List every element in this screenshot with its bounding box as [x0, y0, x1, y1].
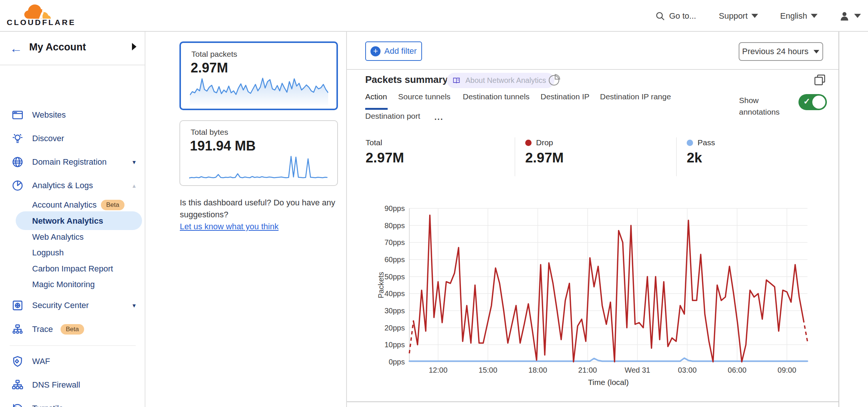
stat-value: 2.97M	[366, 150, 404, 166]
stat-label: Pass	[698, 138, 715, 147]
sidebar-item-waf[interactable]: WAF	[0, 353, 145, 370]
sidebar-divider	[10, 345, 136, 346]
expand-panel-icon[interactable]	[813, 74, 826, 86]
tab-destination-tunnels[interactable]: Destination tunnels	[463, 92, 530, 101]
stat-label: Total	[366, 138, 382, 147]
svg-text:12:00: 12:00	[429, 366, 447, 374]
total-bytes-card[interactable]: Total bytes 191.94 MB	[179, 120, 338, 186]
svg-text:70pps: 70pps	[385, 238, 405, 246]
browser-window-icon	[11, 109, 24, 121]
account-user-menu[interactable]	[838, 0, 861, 32]
sidebar-item-web-analytics[interactable]: Web Analytics	[0, 229, 145, 245]
stat-drop: Drop 2.97M	[525, 138, 564, 166]
divider	[515, 137, 515, 176]
sidebar-item-discover[interactable]: Discover	[0, 130, 145, 147]
feedback-link[interactable]: Let us know what you think	[180, 222, 278, 231]
pie-chart-icon[interactable]	[547, 73, 561, 87]
about-network-analytics-badge[interactable]: About Network Analytics	[447, 73, 554, 88]
svg-text:06:00: 06:00	[728, 366, 747, 374]
divider	[347, 69, 838, 70]
pie-chart-icon	[11, 179, 24, 192]
stat-label: Drop	[536, 138, 553, 147]
pass-legend-dot	[687, 140, 693, 146]
book-icon	[452, 76, 461, 85]
go-to-label: Go to...	[669, 11, 696, 21]
stat-total: Total 2.97M	[366, 138, 404, 166]
svg-text:Time (local): Time (local)	[588, 378, 629, 386]
user-icon	[838, 10, 850, 22]
sidebar-item-security-center[interactable]: Security Center ▾	[0, 297, 145, 314]
annotations-toggle[interactable]: ✓	[798, 94, 827, 110]
go-to-search[interactable]: Go to...	[655, 0, 696, 32]
sidebar-item-dns-firewall[interactable]: DNS Firewall	[0, 377, 145, 393]
svg-text:40pps: 40pps	[385, 289, 405, 298]
top-header: CLOUDFLARE Go to... Support English	[0, 0, 868, 32]
sidebar-item-account-analytics[interactable]: Account Analytics Beta	[0, 197, 145, 213]
globe-icon	[11, 156, 24, 168]
active-tab-underline	[365, 108, 388, 110]
sidebar-account-header: ← My Account	[0, 32, 145, 65]
chevron-down-icon	[811, 14, 818, 18]
account-title: My Account	[29, 41, 86, 53]
sidebar-item-domain-registration[interactable]: Domain Registration ▾	[0, 154, 145, 170]
tab-action[interactable]: Action	[365, 92, 387, 101]
svg-text:15:00: 15:00	[478, 366, 497, 374]
sidebar-item-analytics-logs[interactable]: Analytics & Logs ▴	[0, 177, 145, 194]
network-tree-icon	[11, 379, 24, 391]
sidebar-item-carbon-impact-report[interactable]: Carbon Impact Report	[0, 261, 145, 277]
metric-value: 2.97M	[191, 60, 228, 76]
panel-title: Packets summary	[365, 74, 448, 86]
tab-destination-port[interactable]: Destination port	[365, 112, 420, 121]
svg-text:21:00: 21:00	[578, 366, 597, 374]
tab-destination-ip-range[interactable]: Destination IP range	[600, 92, 671, 101]
sidebar-item-trace[interactable]: Trace Beta	[0, 321, 145, 338]
sidebar-item-turnstile[interactable]: Turnstile	[0, 400, 145, 407]
feedback-question: Is this dashboard useful? Do you have an…	[180, 197, 341, 221]
sidebar-item-magic-monitoring[interactable]: Magic Monitoring	[0, 276, 145, 293]
svg-text:Wed 31: Wed 31	[625, 366, 650, 374]
search-icon	[655, 11, 665, 21]
chevron-right-icon[interactable]	[132, 43, 136, 50]
svg-text:18:00: 18:00	[529, 366, 547, 374]
total-packets-card[interactable]: Total packets 2.97M	[179, 41, 338, 110]
svg-text:20pps: 20pps	[385, 324, 405, 332]
feedback-block: Is this dashboard useful? Do you have an…	[180, 197, 341, 233]
metric-title: Total packets	[191, 50, 237, 59]
caret-down-icon: ▾	[132, 302, 136, 310]
language-menu[interactable]: English	[780, 0, 818, 32]
more-tabs-button[interactable]: ...	[434, 112, 443, 122]
tab-source-tunnels[interactable]: Source tunnels	[398, 92, 450, 101]
svg-text:90pps: 90pps	[385, 205, 405, 212]
time-range-dropdown[interactable]: Previous 24 hours	[739, 42, 823, 61]
packets-time-series-chart[interactable]: 0pps10pps20pps30pps40pps50pps60pps70pps8…	[375, 205, 842, 391]
packets-sparkline	[190, 74, 328, 105]
tab-destination-ip[interactable]: Destination IP	[541, 92, 590, 101]
caret-up-icon: ▴	[132, 182, 136, 190]
caret-down-icon: ▾	[132, 158, 136, 166]
metric-title: Total bytes	[191, 128, 228, 137]
support-menu[interactable]: Support	[719, 0, 758, 32]
cloudflare-dashboard: { "brand": { "name": "CLOUDFLARE" }, "he…	[0, 0, 868, 407]
lightbulb-icon	[11, 132, 24, 145]
add-filter-button[interactable]: + Add filter	[365, 41, 422, 61]
back-arrow-icon[interactable]: ←	[10, 41, 22, 56]
chevron-down-icon	[854, 14, 861, 18]
svg-text:80pps: 80pps	[385, 221, 405, 230]
stat-pass: Pass 2k	[687, 138, 715, 166]
drop-legend-dot	[525, 140, 532, 146]
svg-text:Packets: Packets	[377, 272, 385, 298]
support-label: Support	[719, 11, 748, 21]
bytes-sparkline	[189, 154, 327, 181]
toggle-knob	[812, 96, 825, 109]
security-safe-icon	[11, 299, 24, 312]
chevron-down-icon	[813, 50, 819, 53]
stat-value: 2k	[687, 150, 715, 166]
beta-badge: Beta	[101, 200, 124, 210]
sidebar-item-network-analytics[interactable]: Network Analytics	[0, 213, 145, 229]
sidebar: ← My Account Websites Discover Domain Re…	[0, 32, 145, 407]
sidebar-item-websites[interactable]: Websites	[0, 107, 145, 123]
svg-text:10pps: 10pps	[385, 341, 405, 349]
sidebar-item-logpush[interactable]: Logpush	[0, 245, 145, 261]
divider	[676, 137, 677, 176]
svg-text:03:00: 03:00	[678, 366, 696, 374]
